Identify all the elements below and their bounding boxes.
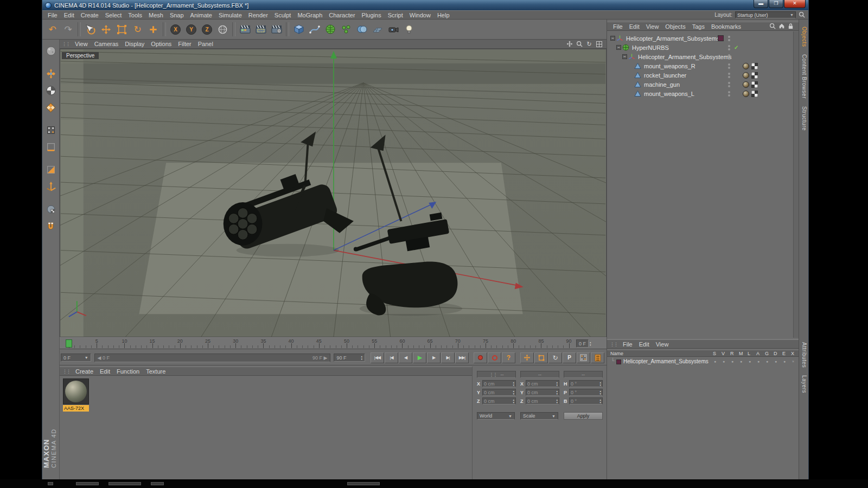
layer-name[interactable]: Helicopter_Armament_Subsystems	[623, 358, 709, 364]
tree-row[interactable]: machine_gun	[608, 80, 792, 89]
scale-dropdown[interactable]: Scale▼	[520, 412, 558, 420]
viewport-solo-icon[interactable]	[43, 202, 59, 217]
record-pla-toggle[interactable]	[577, 352, 590, 363]
menu-help[interactable]: Help	[434, 12, 453, 18]
object-name[interactable]: HyperNURBS	[632, 44, 669, 51]
toggle-view-icon[interactable]	[595, 40, 603, 48]
layer-toggle-s[interactable]: ●	[714, 359, 716, 364]
materials-menu-edit[interactable]: Edit	[97, 368, 113, 375]
coordinate-system-icon[interactable]	[215, 21, 231, 38]
texture-mode-icon[interactable]	[43, 83, 59, 98]
tree-row[interactable]: −Helicopter_Armament_Subsystems	[608, 34, 792, 43]
viewport-menu-panel[interactable]: Panel	[195, 41, 216, 47]
z-position-field[interactable]: 0 cm▴▾	[482, 397, 516, 404]
hypernurbs-icon[interactable]	[322, 21, 338, 38]
record-rotation-toggle[interactable]: ↻	[548, 352, 562, 363]
texture-tag-icon[interactable]	[743, 63, 749, 69]
expand-collapse-toggle[interactable]: −	[610, 36, 615, 41]
texture-tag-icon[interactable]	[743, 72, 749, 79]
array-generator-icon[interactable]	[338, 21, 354, 38]
viewport-menu-view[interactable]: View	[72, 41, 91, 47]
help-button[interactable]: ?	[502, 352, 515, 363]
layer-toggle-x[interactable]: ×	[792, 359, 794, 364]
menu-plugins[interactable]: Plugins	[359, 12, 385, 18]
record-parameter-toggle[interactable]: P	[563, 352, 576, 363]
goto-end-button[interactable]: ▶▶|	[455, 352, 469, 363]
redo-icon[interactable]: ↷	[60, 21, 76, 38]
autokey-button[interactable]	[488, 352, 501, 363]
make-editable-icon[interactable]	[43, 43, 59, 59]
snapping-icon[interactable]	[43, 219, 59, 234]
material-item[interactable]: AAS-72X	[63, 378, 89, 412]
layer-row[interactable]: └ Helicopter_Armament_Subsystems ●●●●●●●…	[607, 358, 799, 366]
texture-tag-icon[interactable]	[743, 81, 749, 88]
next-frame-button[interactable]: ▶	[427, 352, 441, 363]
visibility-dots[interactable]	[728, 82, 730, 87]
lock-z-axis-button[interactable]: Z	[199, 21, 215, 38]
edges-mode-icon[interactable]	[43, 139, 59, 155]
taskbar-item[interactable]	[347, 482, 380, 485]
layers-menu-file[interactable]: File	[620, 341, 636, 348]
panel-tab-structure[interactable]: Structure	[801, 102, 807, 134]
lock-x-axis-button[interactable]: X	[168, 21, 183, 38]
uvw-tag-icon[interactable]	[751, 63, 758, 69]
om-search-icon[interactable]	[769, 22, 776, 31]
panel-tab-content-browser[interactable]: Content Browser	[801, 50, 807, 102]
taskbar-item[interactable]	[76, 482, 99, 485]
previous-key-button[interactable]: |◀	[385, 352, 398, 363]
rotate-view-icon[interactable]: ↻	[585, 40, 593, 48]
record-scale-toggle[interactable]	[534, 352, 548, 363]
tree-row[interactable]: mount_weapons_R	[608, 61, 792, 70]
layers-menu-view[interactable]: View	[653, 341, 672, 348]
menu-file[interactable]: File	[44, 12, 61, 18]
om-menu-edit[interactable]: Edit	[626, 23, 643, 30]
goto-start-button[interactable]: |◀◀	[371, 352, 384, 363]
camera-icon[interactable]	[385, 21, 401, 38]
layout-dropdown[interactable]: Startup (User)▼	[735, 11, 796, 18]
lock-y-axis-button[interactable]: Y	[183, 21, 199, 38]
om-menu-bookmarks[interactable]: Bookmarks	[708, 23, 744, 30]
close-button[interactable]: ✕	[784, 0, 806, 8]
taskbar[interactable]	[0, 479, 868, 488]
visibility-dots[interactable]	[728, 91, 730, 97]
record-keyframe-button[interactable]	[474, 352, 487, 363]
menu-render[interactable]: Render	[245, 12, 271, 18]
viewport-canvas[interactable]	[60, 49, 606, 337]
previous-frame-button[interactable]: ◀	[399, 352, 412, 363]
floor-icon[interactable]	[369, 21, 385, 38]
materials-menu-function[interactable]: Function	[113, 368, 143, 375]
position-header[interactable]: ⋮⋮--	[477, 371, 516, 378]
model-mode-icon[interactable]	[43, 66, 59, 81]
polygons-mode-icon[interactable]	[43, 162, 59, 177]
uvw-tag-icon[interactable]	[751, 91, 758, 97]
tree-row[interactable]: mount_weapons_L	[608, 89, 792, 98]
layer-toggle-r[interactable]: ●	[731, 359, 733, 364]
frame-stepper[interactable]: ▴▾	[590, 341, 591, 346]
texture-tag-icon[interactable]	[743, 91, 749, 97]
search-icon[interactable]	[799, 10, 805, 20]
h-rotation-field[interactable]: 0 °▴▾	[569, 380, 603, 387]
end-frame-field[interactable]: 90 F▴▾	[334, 354, 365, 362]
om-home-icon[interactable]	[778, 22, 785, 31]
layers-menu-edit[interactable]: Edit	[636, 341, 653, 348]
panel-tab-objects[interactable]: Objects	[801, 23, 807, 50]
object-name[interactable]: Helicopter_Armament_Subsystems	[638, 54, 731, 60]
menu-sculpt[interactable]: Sculpt	[271, 12, 295, 18]
layer-color-chip[interactable]	[718, 35, 724, 41]
move-tool-icon[interactable]	[98, 21, 114, 38]
layer-toggle-g[interactable]: ●	[766, 359, 768, 364]
light-icon[interactable]	[401, 21, 417, 38]
om-menu-file[interactable]: File	[610, 23, 626, 30]
viewport-menu-cameras[interactable]: Cameras	[91, 41, 122, 47]
render-view-icon[interactable]	[237, 21, 253, 38]
menu-snap[interactable]: Snap	[167, 12, 187, 18]
menu-edit[interactable]: Edit	[61, 12, 78, 18]
materials-menu-create[interactable]: Create	[72, 368, 97, 375]
layer-toggle-m[interactable]: ●	[740, 359, 742, 364]
om-menu-view[interactable]: View	[643, 23, 662, 30]
frame-mode-dropdown[interactable]: 0 F▼	[61, 354, 91, 362]
panel-tab-layers[interactable]: Layers	[801, 371, 807, 397]
taskbar-item[interactable]	[48, 482, 53, 485]
x-size-field[interactable]: 0 cm▴▾	[526, 380, 559, 387]
viewport[interactable]: Perspective	[60, 49, 607, 337]
